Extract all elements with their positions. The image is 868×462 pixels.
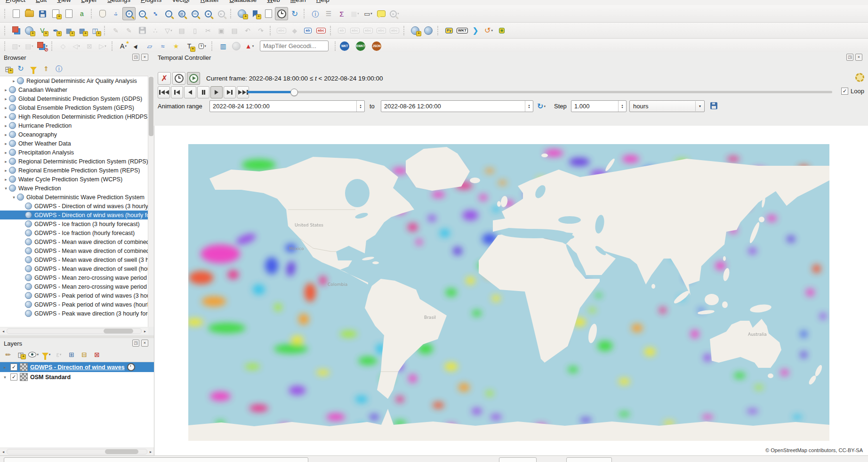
browser-tree-item[interactable]: GDWPS - Mean zero-crossing wave period (… xyxy=(0,273,148,282)
filter-legend-button[interactable]: ▾ xyxy=(40,349,52,360)
manage-map-themes-button[interactable]: ▾ xyxy=(28,349,39,360)
toolbar-grip[interactable] xyxy=(403,26,406,35)
status-scale-box[interactable] xyxy=(566,457,612,462)
layer-visibility-checkbox[interactable]: ✓ xyxy=(10,373,17,381)
temporal-animated-button[interactable] xyxy=(187,72,200,85)
browser-properties-button[interactable]: ⓘ xyxy=(53,63,64,74)
zoom-to-layer-button[interactable]: ▥ xyxy=(175,7,188,20)
previous-frame-button[interactable] xyxy=(171,86,183,98)
toolbar-grip[interactable] xyxy=(104,26,107,35)
browser-close-button[interactable]: × xyxy=(141,54,148,61)
zoom-in-button[interactable]: + xyxy=(122,7,136,20)
open-project-button[interactable] xyxy=(23,7,36,20)
loop-checkbox[interactable]: ✓ Loop xyxy=(841,88,864,95)
add-vector-layer-button[interactable]: V+ xyxy=(36,24,49,37)
menu-vector[interactable]: Vector xyxy=(172,0,190,3)
expander-arrow-icon[interactable]: ▸ xyxy=(3,168,9,173)
status-coordinate-box[interactable] xyxy=(499,457,537,462)
json-badge[interactable]: JSON xyxy=(372,41,381,51)
layer-item[interactable]: ▾✓OSM Standard xyxy=(0,372,154,382)
range-start-input[interactable]: 2022-08-24 12:00:00 ▴▾ xyxy=(209,100,365,112)
browser-tree-item[interactable]: GDWPS - Peak period of wind waves (3 hou… xyxy=(0,291,148,300)
add-mesh-layer-button[interactable]: ▦+ xyxy=(62,24,75,37)
menu-edit[interactable]: Edit xyxy=(36,0,47,3)
temporal-settings-gear-icon[interactable] xyxy=(855,73,864,84)
refresh-browser-button[interactable]: ↻ xyxy=(15,63,26,74)
toolbar-grip[interactable] xyxy=(330,26,333,35)
ewkt-badge[interactable]: EWKT xyxy=(356,41,365,51)
add-raster-layer-button[interactable]: ▩+ xyxy=(75,24,88,37)
browser-tree-item[interactable]: ▸Regional Deterministic Prediction Syste… xyxy=(0,157,148,166)
expander-arrow-icon[interactable]: ▸ xyxy=(3,177,9,182)
expander-arrow-icon[interactable]: ▸ xyxy=(3,141,9,146)
play-backward-button[interactable] xyxy=(184,86,196,98)
browser-tree-item[interactable]: GDWPS - Mean wave direction of combined … xyxy=(0,246,148,255)
show-statistics-button[interactable]: Σ xyxy=(335,7,348,20)
pause-button[interactable] xyxy=(197,86,209,98)
scrollbar-thumb[interactable] xyxy=(149,77,153,136)
toolbar-grip[interactable] xyxy=(230,9,233,18)
toolbar-grip[interactable] xyxy=(4,9,7,18)
browser-tree-item[interactable]: GDWPS - Mean wave direction of combined … xyxy=(0,237,148,246)
expander-arrow-icon[interactable]: ▾ xyxy=(11,195,17,200)
zoom-full-button[interactable]: ↖↘ xyxy=(149,7,162,20)
menu-help[interactable]: Help xyxy=(316,0,330,3)
plugin-undo-button[interactable]: ↺▾ xyxy=(482,24,495,37)
temporal-off-button[interactable]: ✗ xyxy=(158,72,171,85)
scrollbar-thumb[interactable] xyxy=(105,449,138,454)
scroll-right-arrow[interactable]: ▸ xyxy=(147,450,154,454)
toolbar-grip[interactable] xyxy=(51,41,54,51)
layer-visibility-checkbox[interactable]: ✓ xyxy=(10,364,17,371)
new-project-button[interactable] xyxy=(9,7,23,20)
refresh-range-button[interactable]: ↻▾ xyxy=(537,100,546,112)
style-manager-button[interactable]: a xyxy=(75,7,88,20)
polygon-annotation-button[interactable]: ▱ xyxy=(143,40,156,53)
layers-close-button[interactable]: × xyxy=(141,340,148,347)
add-virtual-layer-button[interactable]: ◫+ xyxy=(88,24,102,37)
layers-float-button[interactable]: ◳ xyxy=(132,340,139,347)
add-delimited-text-button[interactable]: ✒+ xyxy=(49,24,62,37)
line-annotation-button[interactable]: ≈ xyxy=(156,40,169,53)
export-animation-button[interactable] xyxy=(710,102,717,111)
range-end-input[interactable]: 2022-08-26 12:00:00 ▴▾ xyxy=(381,100,533,112)
collapse-all-button[interactable]: ⇑ xyxy=(40,63,52,74)
statistical-summary-button[interactable]: ☰ xyxy=(322,7,335,20)
north-arrow-button[interactable]: ▲▾ xyxy=(243,40,256,53)
expander-arrow-icon[interactable]: ▸ xyxy=(3,105,9,110)
menu-mesh[interactable]: Mesh xyxy=(290,0,306,3)
wkt-tool-button[interactable]: WKT xyxy=(456,24,469,37)
browser-vertical-scrollbar[interactable] xyxy=(148,76,154,327)
new-annotation-button[interactable]: A★▾ xyxy=(117,40,130,53)
web-globe-search-button[interactable] xyxy=(422,24,435,37)
wkt-badge[interactable]: WKT xyxy=(340,41,349,51)
browser-tree-item[interactable]: ▾Global Deterministic Wave Prediction Sy… xyxy=(0,193,148,202)
layer-labeling-button[interactable]: ab xyxy=(301,24,314,37)
zoom-last-button[interactable]: ◂ xyxy=(201,7,215,20)
browser-tree-item[interactable]: GDWPS - Mean zero-crossing wave period (… xyxy=(0,282,148,291)
select-annotation-button[interactable]: ▲ xyxy=(130,40,143,53)
layers-horizontal-scrollbar[interactable]: ◂ ▸ xyxy=(0,448,154,455)
plugin-chevron-button[interactable]: ❯ xyxy=(469,24,482,37)
toolbar-grip[interactable] xyxy=(91,9,94,18)
next-frame-button[interactable] xyxy=(224,86,236,98)
toolbar-grip[interactable] xyxy=(4,41,7,51)
spinner-buttons[interactable]: ▴▾ xyxy=(618,101,626,112)
menu-raster[interactable]: Raster xyxy=(201,0,219,3)
layer-diagram-button[interactable]: abc xyxy=(314,24,328,37)
new-map-view-button[interactable]: + xyxy=(235,7,249,20)
refresh-map-button[interactable]: ↻ xyxy=(288,7,301,20)
menu-plugins[interactable]: Plugins xyxy=(141,0,161,3)
browser-tree-item[interactable]: GDWPS - Direction of wind waves (3 hourl… xyxy=(0,202,148,211)
pan-to-selection-button[interactable]: ↔↕ xyxy=(109,7,122,20)
expand-all-layers-button[interactable]: ⊞ xyxy=(66,349,77,360)
text-annotation-button[interactable]: T+ xyxy=(183,40,196,53)
map-canvas[interactable]: United StatesMéxicoColombiaBrasilAustral… xyxy=(154,126,868,456)
zoom-out-button[interactable]: − xyxy=(136,7,149,20)
play-forward-button[interactable] xyxy=(210,86,223,98)
quickosm-button[interactable]: ◉ xyxy=(495,24,508,37)
identify-features-button[interactable]: ⓘ xyxy=(309,7,322,20)
expander-arrow-icon[interactable]: ▾ xyxy=(2,375,8,380)
maptiler-geocoder-input[interactable] xyxy=(260,41,329,51)
slider-handle[interactable] xyxy=(290,89,298,96)
menu-web[interactable]: Web xyxy=(267,0,280,3)
